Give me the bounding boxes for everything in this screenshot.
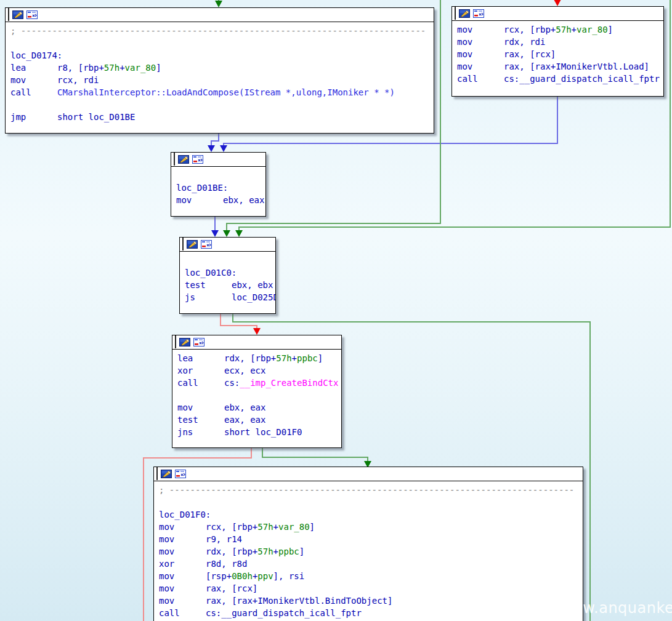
operand-segment: rcx, [rbp+: [206, 522, 257, 532]
mnemonic: call: [457, 73, 504, 85]
node-titlebar[interactable]: [154, 467, 583, 481]
instruction-line: callcs:__guard_dispatch_icall_fptr: [159, 607, 583, 619]
node-imoniker-load[interactable]: movrcx, [rbp+57h+var_80]movrdx, rdimovra…: [451, 6, 664, 97]
group-nodes-icon[interactable]: [26, 10, 38, 19]
mnemonic: js: [185, 291, 232, 303]
node-titlebar[interactable]: [6, 8, 434, 22]
instruction-line: movrdx, rdi: [457, 36, 663, 48]
node-loc_D01F0[interactable]: ; --------------------------------------…: [153, 467, 583, 621]
operand-segment: rcx, rdi: [57, 75, 99, 85]
comment-line: ; --------------------------------------…: [10, 25, 434, 37]
node-loc_D01BE[interactable]: loc_D01BE:movebx, eax: [171, 152, 266, 217]
instruction-line: jmpshort loc_D01BE: [10, 111, 434, 123]
node-titlebar[interactable]: [172, 335, 341, 350]
group-nodes-icon[interactable]: [192, 155, 203, 164]
node-loc_D0174[interactable]: ; --------------------------------------…: [5, 7, 434, 134]
operand-segment: short loc_D01F0: [224, 427, 302, 437]
instruction-line: testebx, ebx: [185, 279, 275, 291]
edit-node-icon[interactable]: [187, 240, 198, 249]
mnemonic: mov: [159, 570, 206, 582]
node-code[interactable]: loc_D01BE:movebx, eax: [171, 167, 265, 206]
operand-segment: 57h: [104, 63, 119, 73]
operand-segment: rdx, rdi: [504, 37, 545, 47]
operand-segment: ppv: [257, 571, 273, 581]
instruction-line: movr9, r14: [159, 533, 583, 545]
group-nodes-icon[interactable]: [201, 240, 212, 249]
group-nodes-icon[interactable]: [193, 338, 204, 347]
blank-line: [177, 389, 341, 401]
node-titlebar[interactable]: [171, 153, 265, 167]
instruction-line: xorecx, ecx: [177, 364, 341, 377]
group-nodes-icon[interactable]: [175, 470, 186, 478]
instruction-line: movrcx, [rbp+57h+var_80]: [457, 23, 663, 36]
location-label: loc_D01BE:: [176, 182, 265, 194]
operand-segment: ]: [310, 522, 315, 532]
blank-line: [159, 496, 583, 508]
instruction-line: movrax, [rcx]: [457, 48, 663, 60]
instruction-line: lear8, [rbp+57h+var_80]: [10, 62, 434, 74]
edge-jns-to-loc_D01F0: [262, 448, 368, 462]
instruction-line: leardx, [rbp+57h+ppbc]: [177, 352, 341, 364]
mnemonic: mov: [159, 521, 206, 533]
mnemonic: test: [185, 279, 232, 291]
mnemonic: jns: [177, 426, 224, 438]
group-nodes-icon[interactable]: [473, 9, 484, 18]
operand-segment: ebx, ebx: [232, 280, 273, 290]
edge-jmp-loc_D0174-to-loc_D01BE-arrowhead: [208, 145, 215, 152]
node-code[interactable]: leardx, [rbp+57h+ppbc]xorecx, ecxcallcs:…: [172, 350, 341, 438]
operand-segment: ppbc: [278, 547, 299, 556]
blank-line: [10, 37, 434, 49]
location-label: loc_D01C0:: [185, 266, 275, 279]
mnemonic: mov: [457, 36, 504, 48]
operand-segment: ]: [608, 25, 613, 34]
mnemonic: mov: [159, 595, 206, 607]
node-loc_D01C0[interactable]: loc_D01C0:testebx, ebxjsloc_D025D: [179, 237, 276, 314]
node-code[interactable]: ; --------------------------------------…: [6, 22, 434, 123]
operand-segment: +: [292, 353, 297, 363]
watermark: ww.anquanke.com ）: [570, 598, 672, 618]
node-code[interactable]: movrcx, [rbp+57h+var_80]movrdx, rdimovra…: [452, 21, 663, 85]
operand-segment: ebx, eax: [223, 195, 264, 205]
mnemonic: call: [177, 377, 224, 389]
operand-segment: 0B0h: [232, 571, 253, 581]
operand-segment: ebx, eax: [224, 403, 265, 412]
operand-segment: rax, [rcx]: [206, 583, 257, 593]
instruction-line: jnsshort loc_D01F0: [177, 426, 341, 438]
edge-loc_D01BE-to-loc_D01C0-arrowhead: [211, 230, 219, 237]
operand-segment: +: [273, 522, 278, 532]
edit-node-icon[interactable]: [179, 338, 190, 347]
node-titlebar[interactable]: [180, 238, 275, 252]
graph-view-canvas[interactable]: ; --------------------------------------…: [0, 0, 672, 621]
mnemonic: xor: [177, 364, 224, 377]
operand-segment: [rsp+: [206, 571, 232, 581]
edge-imoniker-load-to-loc_D01BE-arrowhead: [220, 145, 227, 152]
operand-segment: ]: [156, 63, 161, 73]
instruction-line: callcs:__imp_CreateBindCtx: [177, 377, 341, 389]
edit-node-icon[interactable]: [178, 155, 189, 164]
instruction-line: movebx, eax: [176, 194, 265, 206]
mnemonic: call: [159, 607, 206, 619]
edit-node-icon[interactable]: [161, 470, 172, 478]
instruction-line: testeax, eax: [177, 414, 341, 426]
operand-segment: loc_D025D: [232, 292, 275, 302]
instruction-line: movrax, [rcx]: [159, 582, 583, 595]
operand-segment: 57h: [276, 353, 291, 363]
edit-node-icon[interactable]: [12, 10, 23, 19]
instruction-line: movrcx, rdi: [10, 74, 434, 86]
edit-node-icon[interactable]: [459, 9, 470, 18]
node-code[interactable]: ; --------------------------------------…: [154, 481, 583, 619]
mnemonic: mov: [177, 401, 224, 414]
edge-loc_D01C0-fallthrough-arrowhead: [253, 328, 261, 335]
edge-right-taken-into-loc_D01C0-arrowhead: [235, 230, 243, 237]
operand-segment: r8, [rbp+: [57, 63, 104, 73]
mnemonic: mov: [457, 48, 504, 60]
node-titlebar[interactable]: [452, 7, 663, 21]
node-createbindctx[interactable]: leardx, [rbp+57h+ppbc]xorecx, ecxcallcs:…: [172, 335, 342, 448]
mnemonic: test: [177, 414, 224, 426]
operand-segment: r9, r14: [206, 534, 242, 544]
node-code[interactable]: loc_D01C0:testebx, ebxjsloc_D025D: [180, 252, 275, 303]
operand-segment: CMarshalInterceptor::LoadAndCompose(IStr…: [57, 87, 395, 97]
instruction-line: movrcx, [rbp+57h+var_80]: [159, 521, 583, 533]
operand-segment: rax, [rax+IMonikerVtbl.BindToObject]: [206, 596, 392, 606]
edge-jmp-loc_D0174-to-loc_D01BE: [211, 134, 219, 146]
